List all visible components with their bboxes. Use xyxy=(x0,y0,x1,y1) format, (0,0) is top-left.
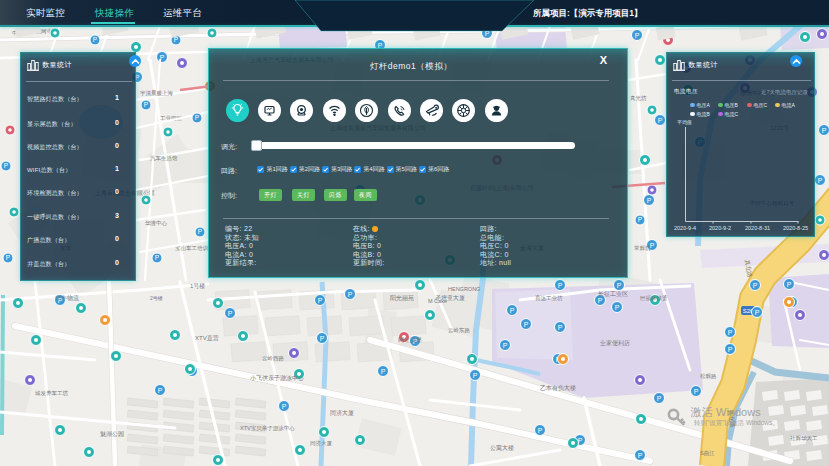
svg-text:P: P xyxy=(348,291,353,298)
svg-text:P: P xyxy=(617,282,622,289)
svg-text:P: P xyxy=(538,427,543,434)
svg-text:P: P xyxy=(755,309,760,316)
svg-text:P: P xyxy=(657,395,662,402)
svg-text:P: P xyxy=(510,307,515,314)
svg-text:P: P xyxy=(320,335,325,342)
svg-text:P: P xyxy=(195,114,199,121)
svg-text:S曲江: S曲江 xyxy=(700,450,715,457)
svg-text:P: P xyxy=(524,321,529,328)
svg-text:公寓大楼: 公寓大楼 xyxy=(490,444,514,451)
svg-text:P: P xyxy=(638,216,642,223)
svg-text:HENGRONG: HENGRONG xyxy=(448,286,480,292)
svg-text:P: P xyxy=(615,304,620,311)
svg-text:云岭西路: 云岭西路 xyxy=(262,355,285,362)
svg-text:华丰物流: 华丰物流 xyxy=(55,294,79,302)
svg-text:长征工业区: 长征工业区 xyxy=(598,290,628,297)
svg-text:P: P xyxy=(787,281,792,288)
svg-text:P: P xyxy=(198,228,202,235)
svg-text:P: P xyxy=(694,388,699,395)
svg-text:真光坊: 真光坊 xyxy=(630,95,647,102)
svg-text:常辉坊: 常辉坊 xyxy=(634,245,651,252)
svg-text:P: P xyxy=(647,197,652,204)
svg-text:宇清晨服上海: 宇清晨服上海 xyxy=(140,90,174,97)
svg-text:P: P xyxy=(4,162,8,169)
svg-text:P: P xyxy=(818,177,823,184)
svg-text:云岭东路: 云岭东路 xyxy=(448,327,471,333)
svg-text:阳光丽苑: 阳光丽苑 xyxy=(390,294,414,302)
svg-text:P: P xyxy=(144,101,148,108)
svg-text:P: P xyxy=(6,254,10,261)
svg-text:乙本有负大楼: 乙本有负大楼 xyxy=(540,384,576,391)
svg-text:P: P xyxy=(228,310,233,317)
svg-text:同济大厦: 同济大厦 xyxy=(330,409,354,417)
svg-text:华漕中心: 华漕中心 xyxy=(145,220,168,227)
svg-text:松辉路: 松辉路 xyxy=(700,373,717,379)
svg-text:P: P xyxy=(638,452,643,459)
svg-text:P: P xyxy=(93,36,97,43)
svg-text:城发养车工坊: 城发养车工坊 xyxy=(34,390,69,397)
svg-text:P: P xyxy=(558,282,563,289)
svg-text:小飞侠亲子游泳中心: 小飞侠亲子游泳中心 xyxy=(250,374,304,382)
svg-text:汽车生活馆: 汽车生活馆 xyxy=(150,155,178,162)
svg-text:P: P xyxy=(174,36,178,43)
svg-text:P: P xyxy=(822,127,827,134)
svg-text:P: P xyxy=(155,254,159,261)
svg-text:1号楼: 1号楼 xyxy=(190,283,205,289)
svg-text:P: P xyxy=(381,368,386,375)
svg-text:巨福麻辣烫: 巨福麻辣烫 xyxy=(640,294,668,302)
svg-text:P: P xyxy=(282,403,287,410)
svg-text:P: P xyxy=(753,282,758,289)
svg-text:全家便利店: 全家便利店 xyxy=(599,339,630,347)
svg-text:P: P xyxy=(728,329,733,336)
svg-text:P: P xyxy=(318,297,323,304)
svg-text:P: P xyxy=(728,346,733,353)
svg-text:XTV宝贝亲子游泳中心: XTV宝贝亲子游泳中心 xyxy=(240,425,295,432)
svg-text:M Cake: M Cake xyxy=(428,298,447,304)
svg-text:同济大厦: 同济大厦 xyxy=(310,440,333,447)
svg-text:魅湖公园: 魅湖公园 xyxy=(100,431,124,438)
svg-text:P: P xyxy=(503,342,508,349)
svg-text:P: P xyxy=(598,297,603,304)
svg-text:社辉华天工: 社辉华天工 xyxy=(790,435,818,441)
svg-text:P: P xyxy=(473,372,478,379)
svg-text:P: P xyxy=(158,387,163,394)
svg-text:育达工业坊: 育达工业坊 xyxy=(535,295,563,302)
svg-text:P: P xyxy=(558,324,563,331)
svg-text:P: P xyxy=(658,117,663,124)
svg-text:2号楼: 2号楼 xyxy=(150,295,163,301)
svg-text:网红汉堡: 网红汉堡 xyxy=(398,336,422,343)
svg-text:XTV直营: XTV直营 xyxy=(195,335,219,342)
